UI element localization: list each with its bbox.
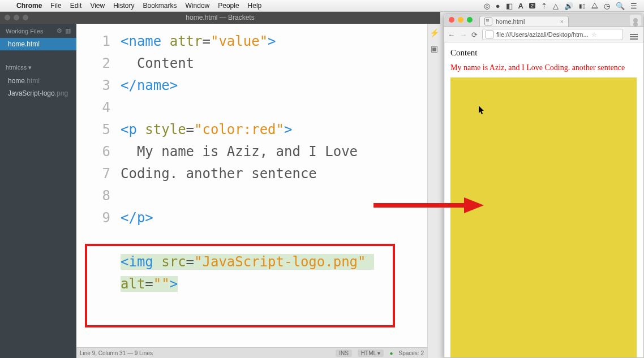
project-header[interactable]: htmlcss ▾ [0, 61, 76, 75]
line-gutter: 123456789 [76, 24, 116, 347]
menu-view[interactable]: View [90, 2, 105, 10]
dropbox-icon[interactable]: ⇡ [541, 2, 547, 10]
browser-tab[interactable]: home.html × [479, 16, 569, 27]
javascript-logo-image [450, 77, 637, 357]
url-text: file:///Users/azizali/Desktop/htm... [496, 31, 589, 38]
mouse-cursor-icon [479, 106, 485, 115]
brackets-window: home.html — Brackets Working Files ⚙ ▥ h… [0, 11, 440, 358]
brackets-sidebar: Working Files ⚙ ▥ home.html htmlcss ▾ ho… [0, 24, 76, 358]
cursor-position: Line 9, Column 31 — 9 Lines [80, 350, 153, 356]
project-file-home[interactable]: home.html [0, 75, 76, 87]
window-zoom-icon[interactable] [23, 15, 28, 20]
drive-icon[interactable]: △ [553, 2, 559, 10]
chrome-toolbar: ← → ⟳ file:///Users/azizali/Desktop/htm.… [444, 27, 643, 42]
page-viewport[interactable]: Content My name is Aziz, and I Love Codi… [444, 42, 643, 357]
live-preview-icon[interactable]: ⚡ [430, 28, 439, 37]
menu-button[interactable] [628, 31, 640, 39]
menu-help[interactable]: Help [248, 2, 262, 10]
circle-icon[interactable]: ● [496, 2, 500, 10]
menu-window[interactable]: Window [186, 2, 210, 10]
menu-history[interactable]: History [113, 2, 134, 10]
window-zoom-icon[interactable] [467, 17, 473, 23]
project-file-jslogo[interactable]: JavaScript-logo.png [0, 87, 76, 100]
chrome-tabbar: home.html × [444, 14, 643, 27]
window-close-icon[interactable] [449, 17, 454, 23]
red-paragraph: My name is Aziz, and I Love Coding. anot… [450, 63, 638, 72]
menu-extra-icon[interactable]: ☰ [630, 2, 637, 10]
working-file-home[interactable]: home.html [0, 38, 76, 50]
macos-menubar: Chrome File Edit View History Bookmarks … [0, 0, 644, 12]
forward-button[interactable]: → [460, 31, 467, 39]
notification-icon[interactable]: ◎ [484, 2, 490, 10]
extensions-icon[interactable]: ▣ [431, 44, 438, 53]
ins-indicator[interactable]: INS [336, 350, 352, 357]
code-area[interactable]: <name attr="value"> Content </name> <p s… [116, 24, 427, 347]
cloud-icon[interactable]: ◧ [506, 2, 513, 10]
app-name[interactable]: Chrome [16, 2, 42, 10]
window-minimize-icon[interactable] [458, 17, 463, 23]
menu-edit[interactable]: Edit [70, 2, 82, 10]
file-favicon-icon [484, 18, 492, 25]
tab-title: home.html [496, 18, 525, 25]
content-text: Content [450, 48, 638, 58]
menu-file[interactable]: File [50, 2, 61, 10]
brackets-title: home.html — Brackets [186, 14, 254, 21]
statusbar: Line 9, Column 31 — 9 Lines INS HTML ▾ ●… [76, 347, 427, 358]
address-bar[interactable]: file:///Users/azizali/Desktop/htm... ☆ [482, 29, 623, 40]
page-icon [486, 31, 493, 38]
menu-bookmarks[interactable]: Bookmarks [143, 2, 177, 10]
battery-icon[interactable]: ▮▯ [579, 3, 586, 9]
working-files-header[interactable]: Working Files ⚙ ▥ [0, 24, 76, 38]
editor-pane[interactable]: 123456789 <name attr="value"> Content </… [76, 24, 427, 358]
back-button[interactable]: ← [448, 31, 455, 39]
split-icon[interactable]: ▥ [65, 27, 71, 34]
spaces-indicator[interactable]: Spaces: 2 [399, 350, 424, 356]
volume-icon[interactable]: 🔊 [564, 2, 573, 10]
clock-icon[interactable]: ◷ [604, 2, 610, 10]
reload-button[interactable]: ⟳ [471, 31, 478, 39]
adobe-icon[interactable]: A [518, 2, 523, 10]
menu-people[interactable]: People [218, 2, 239, 10]
wifi-icon[interactable]: ⧋ [591, 1, 598, 10]
tab-close-icon[interactable]: × [560, 18, 564, 25]
two-icon[interactable]: 2 [529, 3, 535, 8]
window-minimize-icon[interactable] [14, 15, 19, 20]
spotlight-icon[interactable]: 🔍 [616, 2, 625, 10]
window-close-icon[interactable] [5, 15, 10, 20]
gear-icon[interactable]: ⚙ [57, 27, 62, 34]
brackets-titlebar: home.html — Brackets [0, 11, 440, 24]
chrome-window: home.html × ← → ⟳ file:///Users/azizali/… [444, 14, 644, 358]
errors-icon[interactable]: ● [389, 350, 393, 356]
profile-icon[interactable] [630, 15, 641, 26]
bookmark-star-icon[interactable]: ☆ [591, 31, 597, 38]
right-toolbar: ⚡ ▣ [427, 24, 440, 358]
lang-indicator[interactable]: HTML ▾ [358, 350, 384, 357]
